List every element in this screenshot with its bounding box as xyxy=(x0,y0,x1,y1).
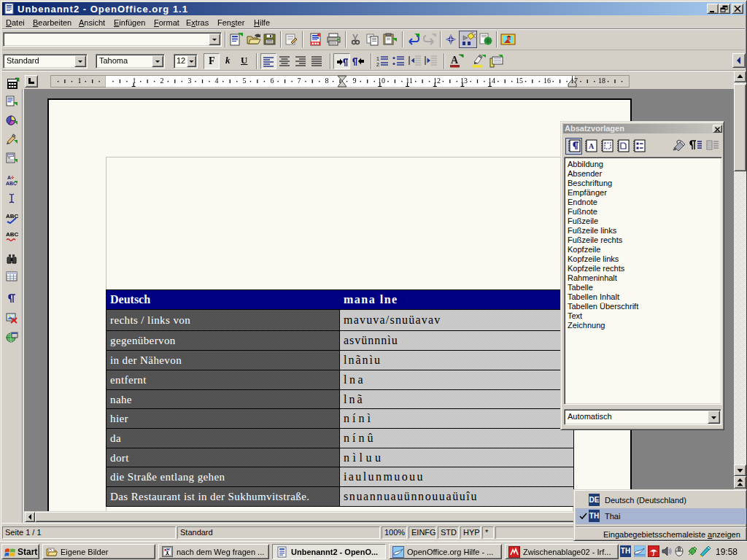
svg-text:1: 1 xyxy=(376,56,379,61)
svg-text:ABC: ABC xyxy=(6,231,18,238)
svg-text:A: A xyxy=(7,175,11,180)
svg-text:A: A xyxy=(451,55,459,66)
svg-text:2: 2 xyxy=(376,62,379,67)
svg-text:ABC: ABC xyxy=(6,181,17,186)
svg-text:A: A xyxy=(589,142,595,150)
